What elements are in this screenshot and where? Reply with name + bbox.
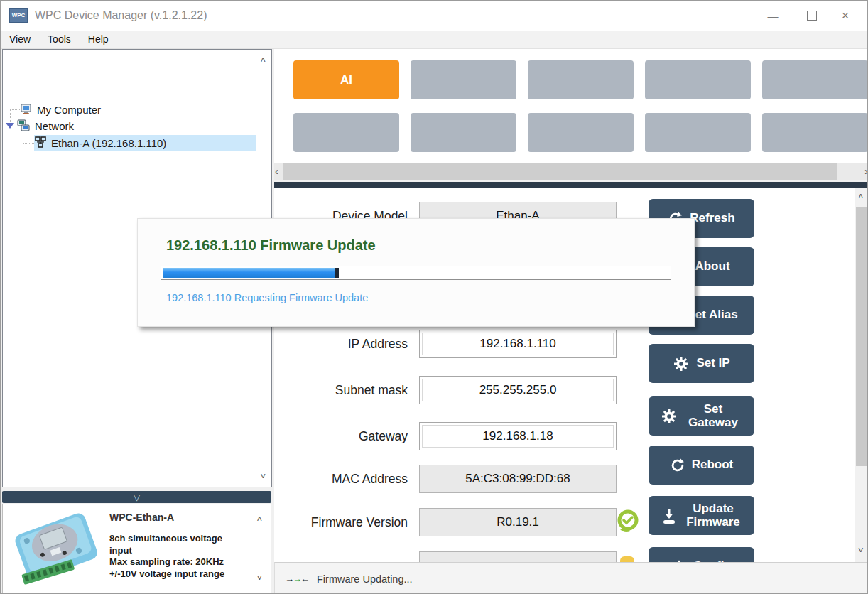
scroll-right-icon[interactable]: › bbox=[864, 166, 868, 177]
gear-icon bbox=[673, 355, 690, 372]
gateway-input[interactable]: 192.168.1.18 bbox=[419, 422, 617, 450]
module-tab-placeholder[interactable] bbox=[762, 113, 868, 152]
dialog-title: 192.168.1.110 Firmware Update bbox=[166, 237, 376, 254]
title-bar: WPC WPC Device Manager (v.1.2.1.22) — × bbox=[1, 1, 867, 31]
tree-item-label: Network bbox=[35, 120, 74, 132]
subnet-mask-input[interactable]: 255.255.255.0 bbox=[419, 376, 617, 404]
horizontal-scrollbar[interactable]: ‹ › bbox=[274, 163, 868, 180]
module-tab-placeholder[interactable] bbox=[645, 60, 751, 99]
module-tab-placeholder[interactable] bbox=[645, 113, 751, 152]
field-label: Subnet mask bbox=[274, 376, 408, 404]
menu-view[interactable]: View bbox=[1, 31, 39, 48]
scroll-down-icon[interactable]: ˅ bbox=[858, 546, 864, 555]
device-node-icon bbox=[34, 136, 47, 149]
menu-help[interactable]: Help bbox=[80, 31, 117, 48]
tree-item-my-computer[interactable]: My Computer bbox=[20, 102, 101, 117]
collapse-splitter-bar[interactable]: ▽ bbox=[2, 491, 271, 503]
firmware-warning-icon bbox=[620, 556, 634, 562]
menu-tools[interactable]: Tools bbox=[39, 31, 80, 48]
maximize-icon bbox=[807, 11, 817, 21]
transfer-arrows-icon: →→← bbox=[285, 573, 308, 584]
module-tab-area: AI bbox=[274, 49, 868, 163]
info-scroll-up-icon[interactable]: ˄ bbox=[256, 514, 262, 524]
field-label: Firmware Version bbox=[274, 508, 408, 536]
tree-scroll-down-icon[interactable]: ˅ bbox=[260, 472, 266, 481]
status-bar: →→← Firmware Updating... bbox=[274, 562, 868, 594]
update-firmware-button[interactable]: Update Firmware bbox=[649, 496, 754, 535]
firmware-ok-icon bbox=[614, 508, 641, 539]
mac-address-value: 5A:C3:08:99:DD:68 bbox=[419, 465, 617, 493]
tree-guide-line bbox=[23, 134, 23, 143]
device-info-name: WPC-Ethan-A bbox=[109, 512, 174, 523]
module-tab-placeholder[interactable] bbox=[411, 60, 516, 99]
minimize-icon: — bbox=[768, 10, 779, 22]
scroll-left-icon[interactable]: ‹ bbox=[275, 166, 278, 177]
minimize-button[interactable]: — bbox=[756, 1, 789, 31]
maximize-button[interactable] bbox=[796, 1, 828, 31]
dialog-status-text: 192.168.1.110 Requesting Firmware Update bbox=[166, 292, 368, 303]
tree-guide-line bbox=[10, 109, 20, 110]
gear-icon bbox=[661, 408, 678, 425]
tree-item-device-selected[interactable]: Ethan-A (192.168.1.110) bbox=[34, 135, 256, 151]
window-title: WPC Device Manager (v.1.2.1.22) bbox=[35, 1, 207, 31]
collapse-triangle-icon: ▽ bbox=[134, 493, 140, 502]
reboot-button[interactable]: Reboot bbox=[649, 446, 754, 485]
info-scroll-down-icon[interactable]: ˅ bbox=[256, 573, 262, 583]
firmware-version-value: R0.19.1 bbox=[419, 508, 617, 536]
module-tab-placeholder[interactable] bbox=[528, 113, 634, 152]
progress-cursor bbox=[335, 268, 339, 278]
tree-item-network[interactable]: Network bbox=[4, 118, 74, 134]
menu-bar: View Tools Help bbox=[1, 31, 867, 49]
device-info-description: 8ch simultaneous voltage input Max sampl… bbox=[109, 533, 232, 580]
module-tab-placeholder[interactable] bbox=[411, 113, 516, 152]
module-row-1: AI bbox=[293, 60, 868, 99]
expander-icon[interactable] bbox=[6, 123, 14, 129]
device-info-panel: WPC-Ethan-A 8ch simultaneous voltage inp… bbox=[2, 504, 271, 593]
app-logo-icon: WPC bbox=[9, 8, 28, 23]
app-window: WPC WPC Device Manager (v.1.2.1.22) — × … bbox=[0, 0, 868, 594]
ip-address-input[interactable]: 192.168.1.110 bbox=[419, 330, 617, 358]
module-tab-placeholder[interactable] bbox=[762, 60, 868, 99]
firmware-update-dialog: 192.168.1.110 Firmware Update 192.168.1.… bbox=[137, 218, 695, 327]
reboot-icon bbox=[670, 458, 685, 473]
network-icon bbox=[16, 119, 31, 132]
module-tab-ai[interactable]: AI bbox=[293, 60, 399, 99]
field-label: Gateway bbox=[274, 422, 408, 450]
progress-bar bbox=[161, 266, 671, 280]
close-icon: × bbox=[842, 9, 850, 23]
section-separator bbox=[274, 182, 868, 188]
status-text: Firmware Updating... bbox=[317, 573, 413, 585]
vertical-scrollbar-thumb[interactable] bbox=[856, 207, 868, 466]
clipped-field bbox=[419, 551, 617, 562]
config-button[interactable]: Config bbox=[649, 547, 754, 562]
field-label: IP Address bbox=[274, 330, 408, 358]
module-tab-placeholder[interactable] bbox=[528, 60, 634, 99]
set-gateway-button[interactable]: Set Gateway bbox=[649, 396, 754, 436]
module-row-2 bbox=[293, 113, 868, 152]
tree-item-label: Ethan-A (192.168.1.110) bbox=[51, 137, 166, 149]
module-tab-placeholder[interactable] bbox=[293, 113, 399, 152]
set-ip-button[interactable]: Set IP bbox=[649, 344, 754, 383]
field-label: MAC Address bbox=[274, 465, 408, 493]
vertical-scrollbar[interactable]: ˄ ˅ bbox=[855, 188, 868, 562]
tree-scroll-up-icon[interactable]: ˄ bbox=[260, 55, 266, 65]
tree-item-label: My Computer bbox=[37, 104, 101, 116]
download-icon bbox=[661, 507, 678, 524]
horizontal-scrollbar-thumb[interactable] bbox=[283, 163, 837, 180]
scroll-up-icon[interactable]: ˄ bbox=[858, 192, 864, 201]
computer-icon bbox=[20, 103, 33, 116]
progress-fill bbox=[163, 268, 335, 278]
close-button[interactable]: × bbox=[829, 1, 862, 31]
device-photo bbox=[6, 506, 105, 591]
